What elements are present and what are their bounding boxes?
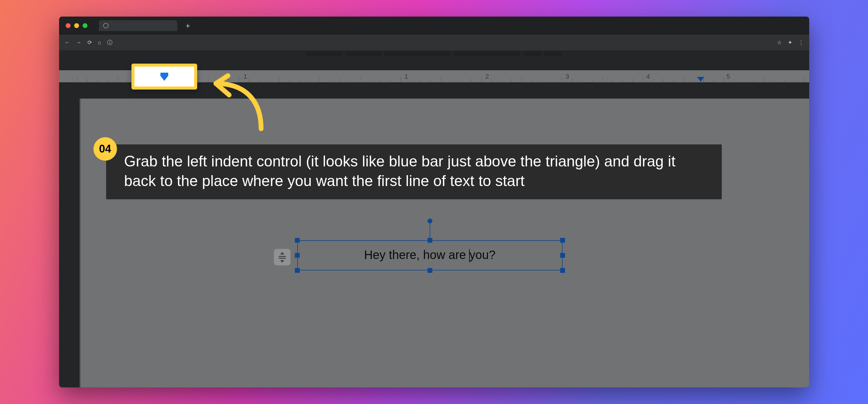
new-tab-button[interactable]: + (186, 22, 190, 30)
instruction-step: 04 Grab the left indent control (it look… (106, 145, 722, 199)
extensions-icon[interactable]: ✦ (788, 39, 792, 46)
site-info-icon[interactable]: ⓘ (107, 39, 113, 46)
tab-favicon (103, 23, 108, 28)
close-window-button[interactable] (66, 23, 70, 28)
annotation-arrow (204, 71, 282, 139)
page-viewport: 2112345 Hey there, how are you? (59, 50, 809, 387)
forward-button[interactable]: → (76, 39, 82, 46)
step-number-badge: 04 (93, 137, 117, 161)
window-controls (66, 23, 87, 28)
browser-window: + ← → ⟳ ⌂ ⓘ ☆ ✦ ⋮ 2112345 (59, 17, 809, 387)
browser-menu-icon[interactable]: ⋮ (798, 39, 804, 46)
bookmark-icon[interactable]: ☆ (777, 39, 782, 46)
left-indent-triangle-icon[interactable] (160, 75, 168, 81)
home-button[interactable]: ⌂ (98, 39, 101, 46)
tab-strip: + (59, 17, 809, 35)
maximize-window-button[interactable] (83, 23, 87, 28)
instruction-text: Grab the left indent control (it looks l… (124, 153, 676, 189)
left-indent-control[interactable] (160, 73, 168, 81)
dim-overlay (59, 50, 809, 387)
reload-button[interactable]: ⟳ (87, 39, 92, 46)
back-button[interactable]: ← (64, 39, 70, 46)
browser-tab[interactable] (99, 20, 177, 31)
indent-control-highlight (131, 64, 197, 90)
minimize-window-button[interactable] (74, 23, 79, 28)
address-bar: ← → ⟳ ⌂ ⓘ ☆ ✦ ⋮ (59, 35, 809, 50)
